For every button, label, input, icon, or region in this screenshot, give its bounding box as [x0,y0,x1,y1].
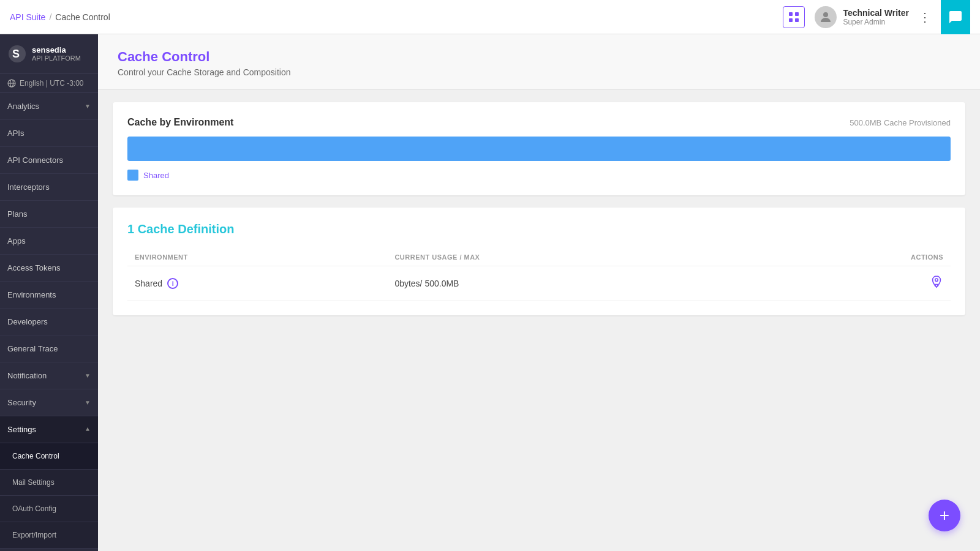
sidebar-item-access-tokens-label: Access Tokens [7,263,60,272]
avatar [815,6,837,28]
chevron-down-icon: ▼ [85,103,91,110]
cache-progress-fill [127,137,951,161]
sidebar-item-general-trace[interactable]: General Trace [0,335,98,362]
sidebar-item-apis-label: APIs [7,129,24,138]
cache-progress-bar [127,137,951,161]
cache-definitions-table: ENVIRONMENT CURRENT USAGE / MAX ACTIONS … [127,249,951,301]
sidebar-logo-text: sensedia API PLATFORM [32,45,81,63]
sidebar-item-interceptors[interactable]: Interceptors [0,174,98,201]
sidebar-item-oauth-config-label: OAuth Config [12,504,56,513]
col-header-usage: CURRENT USAGE / MAX [387,249,770,266]
row-environment: Shared i [127,266,387,301]
delete-cache-button[interactable] [930,275,943,291]
locale-label: English | UTC -3:00 [20,79,84,88]
sidebar-item-security[interactable]: Security ▼ [0,389,98,416]
topbar-right: Technical Writer Super Admin ⋮ [783,0,970,34]
sidebar-item-oauth-config[interactable]: OAuth Config [0,496,98,522]
sidebar-item-environments[interactable]: Environments [0,282,98,309]
user-info: Technical Writer Super Admin [815,6,909,28]
breadcrumb-api-suite[interactable]: API Suite [10,12,45,22]
user-details: Technical Writer Super Admin [843,8,909,26]
svg-rect-2 [789,18,793,22]
row-actions [770,266,951,301]
cache-definitions-title: 1 Cache Definition [127,222,951,236]
cache-env-header: Cache by Environment 500.0MB Cache Provi… [127,117,951,128]
svg-rect-0 [789,12,793,16]
sidebar-item-security-label: Security [7,398,36,407]
sidebar-logo: S sensedia API PLATFORM [0,34,98,74]
svg-text:S: S [12,48,20,60]
sidebar-item-developers[interactable]: Developers [0,309,98,335]
page-subtitle: Control your Cache Storage and Compositi… [118,67,960,77]
grid-icon[interactable] [783,6,805,28]
table-row: Shared i 0bytes/ 500.0MB [127,266,951,301]
sidebar: S sensedia API PLATFORM English | UTC -3… [0,34,98,551]
add-button[interactable]: + [929,500,960,531]
topbar-left: API Suite / Cache Control [0,12,110,22]
sidebar-item-mail-settings[interactable]: Mail Settings [0,470,98,496]
info-icon[interactable]: i [167,278,178,289]
topbar: API Suite / Cache Control Technical Writ… [0,0,980,34]
breadcrumb-current: Cache Control [55,12,110,22]
sidebar-item-general-trace-label: General Trace [7,344,58,353]
env-name: Shared [135,279,162,288]
page-title: Cache Control [118,49,960,65]
sidebar-item-api-connectors-label: API Connectors [7,156,63,165]
sidebar-item-settings[interactable]: Settings ▼ [0,416,98,443]
sidebar-item-apps-label: Apps [7,236,26,246]
sidebar-item-api-connectors[interactable]: API Connectors [0,147,98,174]
legend-label[interactable]: Shared [143,171,169,180]
breadcrumb-separator: / [49,12,51,22]
sidebar-item-environments-label: Environments [7,290,56,299]
sidebar-item-plans[interactable]: Plans [0,201,98,228]
cache-legend: Shared [127,170,951,181]
sidebar-item-export-import-label: Export/Import [12,531,56,539]
sidebar-item-mail-settings-label: Mail Settings [12,478,55,487]
svg-rect-3 [795,18,799,22]
sidebar-item-apps[interactable]: Apps [0,228,98,255]
sidebar-item-developers-label: Developers [7,317,48,326]
sidebar-item-access-tokens[interactable]: Access Tokens [0,255,98,282]
cache-definitions-card: 1 Cache Definition ENVIRONMENT CURRENT U… [113,208,965,315]
cache-by-environment-card: Cache by Environment 500.0MB Cache Provi… [113,102,965,195]
col-header-environment: ENVIRONMENT [127,249,387,266]
chevron-down-icon: ▼ [85,372,91,379]
user-role: Super Admin [843,18,909,26]
col-header-actions: ACTIONS [770,249,951,266]
chevron-up-icon: ▼ [85,426,91,433]
sidebar-item-analytics-label: Analytics [7,102,39,111]
sidebar-item-apis[interactable]: APIs [0,120,98,147]
more-options-icon[interactable]: ⋮ [919,10,931,24]
user-name: Technical Writer [843,8,909,18]
sidebar-item-notification[interactable]: Notification ▼ [0,362,98,389]
svg-rect-1 [795,12,799,16]
cache-provisioned: 500.0MB Cache Provisioned [850,118,951,127]
sidebar-item-settings-label: Settings [7,425,36,434]
sidebar-item-notification-label: Notification [7,371,47,380]
row-usage: 0bytes/ 500.0MB [387,266,770,301]
svg-point-4 [823,12,828,17]
sidebar-item-export-import[interactable]: Export/Import [0,522,98,549]
main-layout: S sensedia API PLATFORM English | UTC -3… [0,34,980,551]
breadcrumb: API Suite / Cache Control [10,12,110,22]
sidebar-item-cache-control[interactable]: Cache Control [0,443,98,470]
page-header: Cache Control Control your Cache Storage… [98,34,980,90]
cache-env-title: Cache by Environment [127,117,233,128]
sidebar-item-interceptors-label: Interceptors [7,182,50,192]
legend-box [127,170,138,181]
content: Cache Control Control your Cache Storage… [98,34,980,551]
sidebar-item-plans-label: Plans [7,209,28,219]
locale-selector[interactable]: English | UTC -3:00 [0,74,98,93]
chevron-down-icon: ▼ [85,399,91,406]
chat-button[interactable] [941,0,970,34]
sidebar-item-cache-control-label: Cache Control [12,452,59,460]
sidebar-item-analytics[interactable]: Analytics ▼ [0,93,98,120]
svg-point-10 [935,279,938,282]
